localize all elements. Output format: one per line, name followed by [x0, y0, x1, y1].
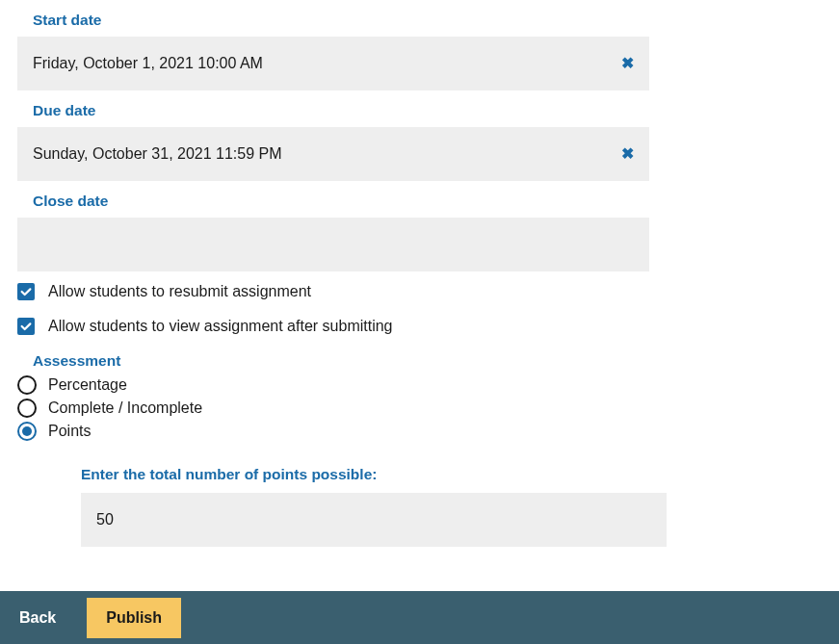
assessment-radio-points[interactable]: Points: [17, 422, 822, 441]
radio-icon: [17, 375, 37, 395]
publish-button[interactable]: Publish: [87, 598, 181, 638]
due-date-label: Due date: [33, 102, 822, 119]
radio-label-percentage: Percentage: [48, 376, 127, 394]
close-date-input[interactable]: [17, 218, 649, 271]
check-icon: [19, 285, 33, 298]
radio-icon: [17, 422, 37, 441]
allow-view-after-submit-label: Allow students to view assignment after …: [48, 318, 393, 335]
check-icon: [19, 320, 33, 333]
radio-icon: [17, 399, 37, 418]
points-input-label: Enter the total number of points possibl…: [81, 466, 667, 483]
close-date-label: Close date: [33, 193, 822, 210]
clear-due-date-icon[interactable]: ✖: [621, 146, 634, 162]
clear-start-date-icon[interactable]: ✖: [621, 56, 634, 71]
allow-resubmit-label: Allow students to resubmit assignment: [48, 283, 311, 300]
allow-view-after-submit-checkbox[interactable]: [17, 318, 35, 335]
start-date-input[interactable]: [17, 37, 649, 90]
allow-resubmit-checkbox[interactable]: [17, 283, 35, 300]
back-button[interactable]: Back: [19, 609, 56, 627]
assessment-radio-percentage[interactable]: Percentage: [17, 375, 822, 395]
footer-bar: Back Publish: [0, 591, 839, 644]
radio-label-points: Points: [48, 423, 91, 440]
start-date-label: Start date: [33, 12, 822, 29]
assessment-radio-complete[interactable]: Complete / Incomplete: [17, 399, 822, 418]
radio-label-complete: Complete / Incomplete: [48, 399, 202, 417]
points-input[interactable]: [81, 493, 667, 547]
due-date-input[interactable]: [17, 127, 649, 181]
assessment-heading: Assessment: [33, 352, 822, 370]
